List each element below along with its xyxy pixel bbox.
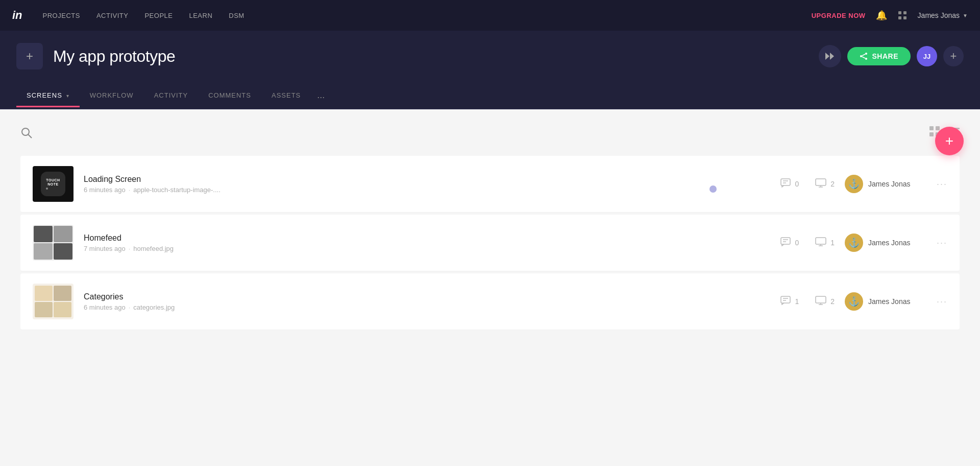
svg-marker-5 (830, 53, 834, 60)
nav-right: UPGRADE NOW 🔔 James Jonas ▼ (812, 10, 968, 21)
user-profile[interactable]: James Jonas ▼ (918, 11, 968, 19)
screen-stats: 1 2 (780, 296, 835, 308)
upgrade-button[interactable]: UPGRADE NOW (812, 12, 866, 19)
monitor-stat: 2 (815, 178, 835, 190)
content-toolbar (20, 126, 960, 139)
svg-rect-13 (929, 126, 934, 130)
tab-workflow[interactable]: WORKFLOW (80, 83, 144, 107)
svg-rect-0 (898, 11, 901, 14)
monitor-stat: 2 (815, 296, 835, 308)
svg-rect-3 (903, 16, 906, 19)
owner-avatar: ⚓ (845, 234, 863, 252)
monitor-icon (815, 178, 826, 190)
screen-name[interactable]: Loading Screen (84, 175, 770, 184)
screen-name[interactable]: Homefeed (84, 234, 770, 243)
svg-rect-20 (781, 179, 790, 185)
screen-time: 6 minutes ago (84, 304, 126, 311)
screen-meta: 6 minutes ago · apple-touch-startup-imag… (84, 186, 770, 194)
screen-thumbnail[interactable]: TOUCHNOTE (33, 166, 74, 202)
svg-rect-2 (898, 16, 901, 19)
screen-info: Categories 6 minutes ago · categories.jp… (84, 292, 770, 311)
screens-chevron-icon: ▾ (64, 93, 69, 99)
nav-activity[interactable]: ACTIVITY (96, 12, 129, 19)
project-header-right: SHARE JJ + (819, 45, 964, 67)
screen-time: 6 minutes ago (84, 186, 126, 194)
fab-add-button[interactable]: + (935, 127, 964, 155)
svg-rect-29 (816, 238, 826, 244)
content-area: TOUCHNOTE Loading Screen 6 minutes ago ·… (0, 109, 980, 441)
svg-rect-15 (929, 132, 934, 136)
project-header-left: + My app prototype (16, 43, 175, 69)
svg-rect-1 (903, 11, 906, 14)
screen-thumbnail[interactable] (33, 284, 74, 319)
chevron-down-icon: ▼ (963, 13, 968, 18)
screen-thumbnail[interactable] (33, 225, 74, 261)
screen-owner: ⚓ James Jonas (845, 292, 926, 311)
svg-point-11 (22, 128, 29, 135)
user-avatar[interactable]: JJ (917, 46, 937, 66)
svg-rect-14 (936, 126, 940, 130)
meta-separator: · (129, 245, 131, 252)
project-title: My app prototype (53, 47, 175, 66)
svg-rect-26 (781, 238, 790, 244)
search-button[interactable] (20, 127, 33, 139)
screen-stats: 0 2 (780, 178, 835, 190)
screen-item: Categories 6 minutes ago · categories.jp… (20, 273, 960, 330)
screen-actions-button[interactable]: ··· (937, 296, 947, 307)
share-button[interactable]: SHARE (847, 47, 911, 65)
comment-stat: 0 (780, 237, 799, 249)
comment-icon (780, 296, 791, 308)
screen-owner: ⚓ James Jonas (845, 234, 926, 252)
apps-grid-button[interactable] (897, 10, 908, 20)
screen-owner: ⚓ James Jonas (845, 175, 926, 193)
header-add-button[interactable]: + (943, 46, 964, 66)
screen-meta: 7 minutes ago · homefeed.jpg (84, 245, 770, 252)
svg-point-6 (865, 53, 867, 55)
svg-rect-32 (781, 296, 790, 303)
svg-point-7 (860, 55, 862, 57)
logo[interactable]: in (12, 9, 22, 22)
top-nav: in PROJECTS ACTIVITY PEOPLE LEARN DSM UP… (0, 0, 980, 31)
nav-dsm[interactable]: DSM (229, 12, 244, 19)
meta-separator: · (129, 186, 131, 194)
tab-activity[interactable]: ACTIVITY (144, 83, 199, 107)
svg-rect-23 (816, 179, 826, 185)
screen-info: Loading Screen 6 minutes ago · apple-tou… (84, 175, 770, 194)
screen-stats: 0 1 (780, 237, 835, 249)
screen-meta: 6 minutes ago · categories.jpg (84, 304, 770, 311)
tab-comments[interactable]: COMMENTS (198, 83, 261, 107)
screen-actions-button[interactable]: ··· (937, 179, 947, 190)
tab-more-button[interactable]: ... (311, 82, 331, 109)
screen-file: categories.jpg (133, 304, 175, 311)
preview-button[interactable] (819, 45, 841, 67)
svg-marker-4 (825, 53, 829, 60)
comment-count: 1 (795, 297, 799, 306)
owner-avatar: ⚓ (845, 175, 863, 193)
comment-count: 0 (795, 239, 799, 247)
comment-stat: 0 (780, 178, 799, 190)
owner-name: James Jonas (868, 297, 910, 306)
nav-projects[interactable]: PROJECTS (43, 12, 80, 19)
tab-assets[interactable]: ASSETS (261, 83, 311, 107)
screen-file: homefeed.jpg (133, 245, 174, 252)
screen-actions-button[interactable]: ··· (937, 238, 947, 248)
svg-point-8 (865, 58, 867, 60)
screen-time: 7 minutes ago (84, 245, 126, 252)
screen-item: TOUCHNOTE Loading Screen 6 minutes ago ·… (20, 156, 960, 213)
nav-people[interactable]: PEOPLE (144, 12, 173, 19)
screen-name[interactable]: Categories (84, 292, 770, 301)
monitor-stat: 1 (815, 237, 835, 249)
svg-line-10 (862, 57, 865, 58)
owner-name: James Jonas (868, 239, 910, 247)
meta-separator: · (129, 304, 131, 311)
add-screen-button[interactable]: + (16, 43, 43, 69)
screen-list: TOUCHNOTE Loading Screen 6 minutes ago ·… (20, 156, 960, 332)
screen-item: Homefeed 7 minutes ago · homefeed.jpg (20, 215, 960, 271)
svg-rect-35 (816, 296, 826, 303)
screen-file: apple-touch-startup-image-.... (133, 186, 220, 194)
notifications-button[interactable]: 🔔 (876, 10, 887, 21)
owner-avatar: ⚓ (845, 292, 863, 311)
nav-learn[interactable]: LEARN (189, 12, 212, 19)
tab-screens[interactable]: SCREENS ▾ (16, 83, 80, 107)
comment-count: 0 (795, 180, 799, 188)
